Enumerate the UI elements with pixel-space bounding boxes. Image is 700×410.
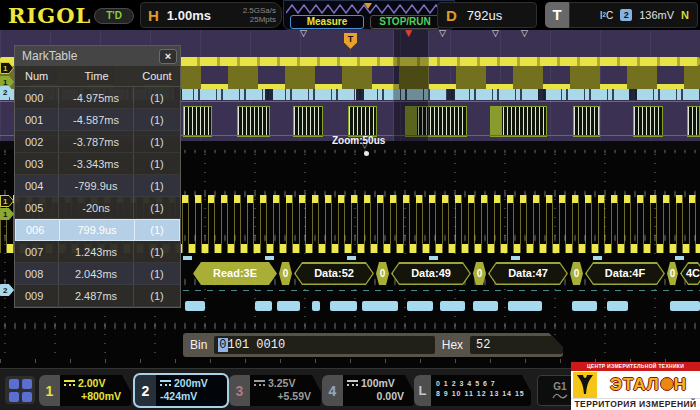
mark-table-row[interactable]: 005-20ns(1): [15, 197, 180, 219]
channel-2-position-marker[interactable]: 2: [0, 84, 14, 102]
delay-value: 792us: [467, 8, 502, 23]
menu-grid-button[interactable]: [5, 376, 35, 404]
sda-segment: [670, 301, 700, 311]
decode-overview-group: [490, 106, 547, 137]
mark-table-row[interactable]: 0071.243ms(1): [15, 241, 180, 263]
trigger-box[interactable]: T I²C 2 136mV N: [545, 2, 698, 28]
svg-text:2: 2: [3, 286, 8, 295]
channel-4-number: 4: [322, 375, 343, 406]
bin-value: 0101 0010: [214, 336, 434, 354]
channel-1-box[interactable]: 1 2.00V +800mV: [39, 375, 131, 406]
decode-frame: Data:49: [391, 262, 471, 285]
decode-frame: Data:47: [488, 262, 568, 285]
mark-table-row[interactable]: 0092.487ms(1): [15, 285, 180, 307]
hex-label: Hex: [442, 338, 463, 352]
sda-segment: [362, 301, 398, 311]
sda-segment: [572, 301, 597, 311]
decode-frame: 0: [570, 262, 583, 285]
rigol-logo: RIGOL: [8, 3, 91, 28]
channel-3-offset: +5.59V: [254, 390, 311, 403]
sda-segment: [185, 301, 205, 311]
zoom-region-indicator[interactable]: [393, 30, 429, 141]
waveform-preview-icon: [286, 2, 452, 15]
t-label: T: [545, 2, 569, 28]
mark-table-row[interactable]: 000-4.975ms(1): [15, 87, 180, 109]
channel-3-box[interactable]: 3 3.25V +5.59V: [229, 375, 321, 406]
hex-value: 52: [470, 336, 563, 354]
decode-frame: Data:4F: [585, 262, 665, 285]
channel-1-number: 1: [39, 375, 60, 406]
trigger-status-badge: T'D: [94, 8, 134, 24]
channel-1-scale: 2.00V: [78, 377, 105, 390]
decode-frame: 0: [473, 262, 486, 285]
sda-segment: [277, 301, 300, 311]
decode-frame: 0: [667, 262, 678, 285]
generator-1-label: G1: [553, 381, 566, 392]
svg-text:1: 1: [3, 197, 8, 206]
mark-table-titlebar[interactable]: MarkTable ×: [15, 46, 180, 66]
decode-frame: 0: [279, 262, 292, 285]
timebase-value: 1.00ms: [167, 8, 211, 23]
mark-table-row[interactable]: 001-4.587ms(1): [15, 109, 180, 131]
mark-table-row[interactable]: 002-3.787ms(1): [15, 131, 180, 153]
channel-4-box[interactable]: 4 100mV 0.00V: [322, 375, 414, 406]
trigger-position-icon[interactable]: T: [344, 33, 357, 49]
dc-coupling-icon: [254, 380, 265, 387]
svg-text:1: 1: [3, 64, 8, 73]
mark-table-row[interactable]: 006799.9us(1): [15, 219, 180, 241]
sine-wave-icon: [552, 392, 568, 400]
decode-frame: Data:52: [294, 262, 374, 285]
mark-table-header: Num Time Count: [15, 66, 180, 87]
zoom-trigger-dot: [364, 151, 369, 156]
decode-overview-group: [293, 106, 323, 137]
etalon-logo-icon: [573, 372, 597, 398]
decode-readout-bar: Bin 0101 0010 Hex 52: [183, 333, 563, 357]
decode-overview-group: [348, 106, 377, 137]
bin-cursor[interactable]: 0: [218, 338, 227, 352]
trigger-type: I²C: [600, 10, 613, 21]
zoom-marker-icon: ▽: [362, 142, 367, 150]
dc-coupling-icon: [347, 380, 358, 387]
delay-box[interactable]: D 792us: [437, 2, 537, 28]
channel-2-number: 2: [135, 375, 156, 406]
sda-segment: [508, 301, 542, 311]
decode-overview-group: [237, 106, 270, 137]
logic-row2: 8 9 10 11 12 13 14 15: [436, 390, 525, 397]
bin-label: Bin: [190, 338, 207, 352]
sda-segment: [440, 301, 465, 311]
channel-2-scale: 200mV: [174, 377, 208, 390]
watermark-top-text: ЦЕНТР ИЗМЕРИТЕЛЬНОЙ ТЕХНИКИ: [571, 362, 700, 371]
mark-table-row[interactable]: 0082.043ms(1): [15, 263, 180, 285]
mark-table-rows: 000-4.975ms(1)001-4.587ms(1)002-3.787ms(…: [15, 87, 180, 307]
decode-overview-group: [687, 106, 700, 137]
h-label: H: [148, 7, 159, 24]
sda-segment: [607, 301, 628, 311]
trigger-slope-icon: N: [681, 9, 689, 21]
logic-channels-box[interactable]: L 0 1 2 3 4 5 6 7 8 9 10 11 12 13 14 15: [414, 375, 531, 406]
mark-table-title: MarkTable: [22, 49, 159, 63]
mark-table-row[interactable]: 003-3.343ms(1): [15, 153, 180, 175]
sda-segment: [473, 301, 498, 311]
etalon-watermark: ЦЕНТР ИЗМЕРИТЕЛЬНОЙ ТЕХНИКИ ЭТАЛН ТЕРРИТ…: [571, 362, 700, 410]
sda-segment: [330, 301, 357, 311]
mark-table-row[interactable]: 004-799.9us(1): [15, 175, 180, 197]
horizontal-timebase-box[interactable]: H 1.00ms 2.5GSa/s25Mpts: [140, 2, 282, 28]
sample-rate: 2.5GSa/s25Mpts: [243, 6, 276, 24]
mark-table-popup: MarkTable × Num Time Count 000-4.975ms(1…: [14, 45, 181, 308]
channel-4-offset: 0.00V: [347, 390, 404, 403]
d-label: D: [446, 7, 457, 24]
channel-3-scale: 3.25V: [268, 377, 295, 390]
channel-2-position-marker[interactable]: 2: [0, 282, 14, 300]
dc-coupling-icon: [160, 380, 171, 387]
channel-2-box-selected[interactable]: 2 200mV -424mV: [133, 373, 229, 408]
zoom-scale-label: Zoom:50us: [332, 135, 385, 146]
sda-segment: [407, 301, 433, 311]
close-icon[interactable]: ×: [159, 49, 177, 64]
decode-overview-group: [573, 106, 600, 137]
oscilloscope-screen: RIGOL T'D H 1.00ms 2.5GSa/s25Mpts Measur…: [0, 0, 700, 410]
watermark-bottom-text: ТЕРРИТОРИЯ ИЗМЕРЕНИЙ: [571, 398, 700, 410]
stop-run-button[interactable]: STOP/RUN: [370, 15, 440, 29]
measure-button[interactable]: Measure: [290, 15, 364, 29]
channel-1-position-marker[interactable]: 1: [0, 206, 14, 224]
waveform-display: ▽▽▽▽▼ T Zoom:50us ▽ Read:3E0Data:520Data…: [0, 30, 700, 368]
